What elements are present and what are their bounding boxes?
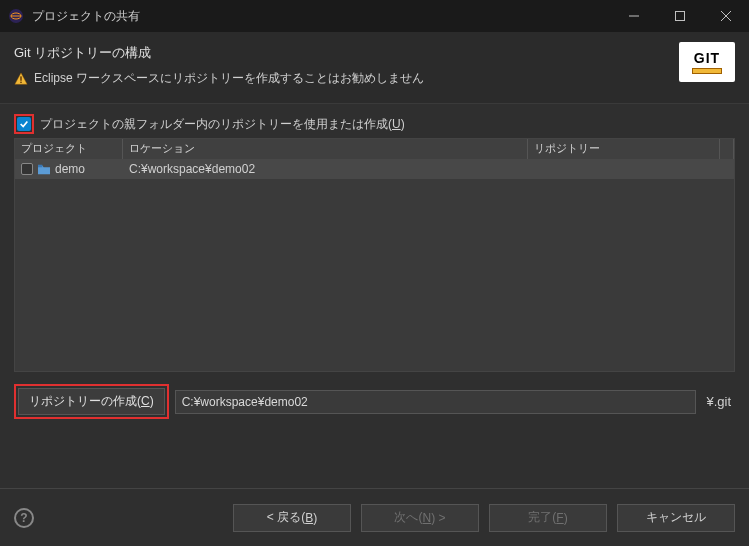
create-repo-button[interactable]: リポジトリーの作成(C) [18, 388, 165, 415]
eclipse-icon [8, 8, 24, 24]
row-checkbox[interactable] [21, 163, 33, 175]
table-row[interactable]: demo C:¥workspace¥demo02 [15, 159, 734, 179]
warning-row: Eclipse ワークスペースにリポジトリーを作成することはお勧めしません [14, 70, 735, 87]
col-project[interactable]: プロジェクト [15, 139, 123, 159]
use-parent-folder-row: プロジェクトの親フォルダー内のリポジトリーを使用または作成(U) [14, 114, 735, 134]
cell-repository [542, 167, 734, 171]
help-icon[interactable]: ? [14, 508, 34, 528]
dialog-footer: ? < 戻る(B) 次へ(N) > 完了(F) キャンセル [0, 488, 749, 546]
projects-table: プロジェクト ロケーション リポジトリー demo C:¥workspace¥d… [14, 138, 735, 372]
back-button[interactable]: < 戻る(B) [233, 504, 351, 532]
dialog-body: プロジェクトの親フォルダー内のリポジトリーを使用または作成(U) プロジェクト … [0, 104, 749, 419]
col-location[interactable]: ロケーション [123, 139, 528, 159]
repo-path-input[interactable] [175, 390, 697, 414]
cell-location: C:¥workspace¥demo02 [123, 160, 542, 178]
svg-rect-3 [676, 12, 685, 21]
git-badge-bar [692, 68, 722, 74]
cancel-button[interactable]: キャンセル [617, 504, 735, 532]
create-repo-row: リポジトリーの作成(C) ¥.git [14, 384, 735, 419]
table-body[interactable]: demo C:¥workspace¥demo02 [15, 159, 734, 371]
header-subtitle: Git リポジトリーの構成 [14, 44, 735, 62]
minimize-button[interactable] [611, 0, 657, 32]
use-parent-folder-label[interactable]: プロジェクトの親フォルダー内のリポジトリーを使用または作成(U) [40, 116, 405, 133]
svg-rect-6 [20, 76, 21, 80]
finish-button[interactable]: 完了(F) [489, 504, 607, 532]
svg-rect-8 [38, 165, 42, 168]
cell-project-text: demo [55, 162, 85, 176]
close-button[interactable] [703, 0, 749, 32]
window-title: プロジェクトの共有 [32, 8, 611, 25]
cell-project: demo [15, 160, 123, 178]
svg-rect-7 [20, 81, 21, 82]
use-parent-folder-checkbox[interactable] [17, 117, 31, 131]
warning-icon [14, 72, 28, 86]
col-filler [720, 139, 734, 159]
col-repository[interactable]: リポジトリー [528, 139, 720, 159]
table-header: プロジェクト ロケーション リポジトリー [15, 139, 734, 159]
repo-suffix: ¥.git [702, 394, 735, 409]
highlight-create-button: リポジトリーの作成(C) [14, 384, 169, 419]
highlight-checkbox [14, 114, 34, 134]
git-badge: GIT [679, 42, 735, 82]
warning-text: Eclipse ワークスペースにリポジトリーを作成することはお勧めしません [34, 70, 424, 87]
folder-icon [37, 163, 51, 175]
git-badge-text: GIT [694, 50, 720, 66]
next-button[interactable]: 次へ(N) > [361, 504, 479, 532]
titlebar: プロジェクトの共有 [0, 0, 749, 32]
dialog-header: Git リポジトリーの構成 Eclipse ワークスペースにリポジトリーを作成す… [0, 32, 749, 104]
check-icon [19, 119, 29, 129]
maximize-button[interactable] [657, 0, 703, 32]
